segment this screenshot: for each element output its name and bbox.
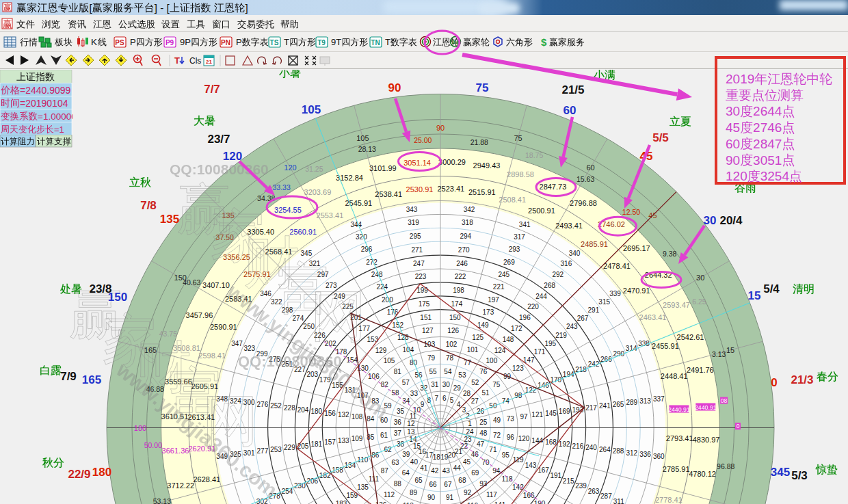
svg-text:2019: 2019 [726,72,754,86]
svg-text:2847: 2847 [753,137,782,151]
svg-text:120: 120 [726,169,747,183]
svg-text:60: 60 [726,137,740,151]
svg-text:3051: 3051 [753,153,782,168]
svg-text:30: 30 [726,104,740,118]
svg-text:2644: 2644 [753,104,782,118]
svg-text:90: 90 [726,153,740,168]
svg-text:45: 45 [726,120,740,135]
svg-text:3254: 3254 [760,169,790,183]
svg-text:2746: 2746 [753,120,782,135]
